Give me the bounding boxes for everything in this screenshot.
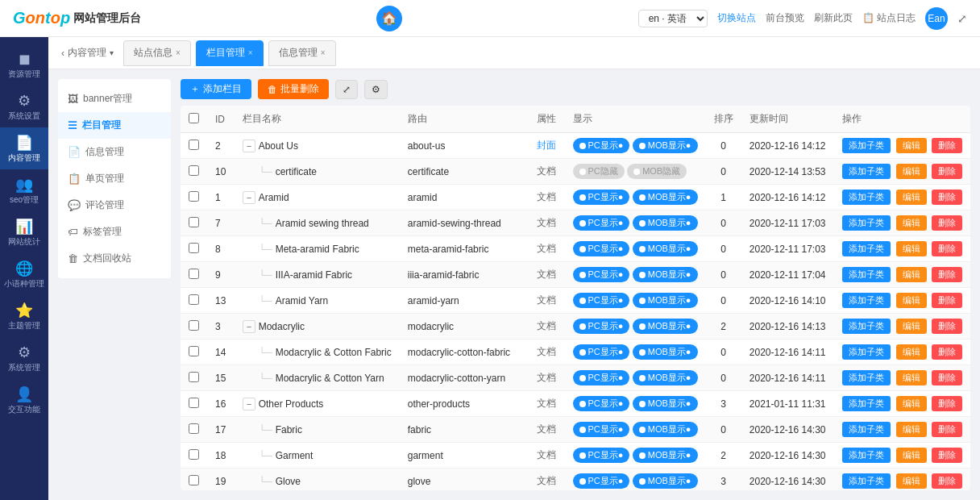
delete-button[interactable]: 删除: [932, 396, 962, 411]
fullscreen-icon[interactable]: ⤢: [957, 12, 967, 25]
batch-delete-button[interactable]: 🗑 批量删除: [258, 79, 329, 99]
delete-button[interactable]: 删除: [932, 241, 962, 256]
sidebar-item-resource[interactable]: ◼ 资源管理: [0, 44, 48, 85]
add-subclass-button[interactable]: 添加子类: [842, 164, 891, 179]
tab-close-info-mgmt[interactable]: ×: [321, 48, 326, 57]
expand-icon[interactable]: －: [243, 398, 255, 410]
add-subclass-button[interactable]: 添加子类: [842, 190, 891, 205]
nav-comment[interactable]: 💬 评论管理: [58, 192, 171, 219]
select-all-checkbox[interactable]: [189, 113, 199, 123]
mob-toggle[interactable]: MOB显示●: [633, 215, 698, 231]
edit-button[interactable]: 编辑: [896, 422, 927, 437]
mob-toggle[interactable]: MOB显示●: [633, 448, 698, 463]
pc-toggle[interactable]: PC显示●: [573, 267, 630, 282]
edit-button[interactable]: 编辑: [896, 370, 927, 385]
add-subclass-button[interactable]: 添加子类: [842, 396, 891, 411]
expand-icon[interactable]: －: [243, 140, 255, 152]
edit-button[interactable]: 编辑: [896, 138, 927, 153]
delete-button[interactable]: 删除: [932, 164, 962, 179]
row-checkbox[interactable]: [189, 217, 199, 227]
edit-button[interactable]: 编辑: [896, 448, 927, 463]
expand-icon[interactable]: －: [243, 320, 255, 333]
row-checkbox[interactable]: [189, 191, 199, 202]
delete-button[interactable]: 删除: [932, 473, 962, 489]
add-subclass-button[interactable]: 添加子类: [842, 293, 891, 308]
edit-button[interactable]: 编辑: [896, 293, 927, 308]
mob-toggle[interactable]: MOB显示●: [633, 422, 698, 437]
pc-toggle[interactable]: PC显示●: [573, 319, 630, 334]
mob-toggle[interactable]: MOB显示●: [633, 370, 698, 385]
mob-toggle[interactable]: MOB显示●: [633, 190, 698, 205]
row-checkbox[interactable]: [189, 346, 199, 356]
switch-site-button[interactable]: 切换站点: [717, 11, 756, 25]
tab-column-mgmt[interactable]: 栏目管理 ×: [196, 40, 264, 66]
edit-button[interactable]: 编辑: [896, 344, 927, 360]
nav-column[interactable]: ☰ 栏目管理: [58, 112, 171, 139]
delete-button[interactable]: 删除: [932, 190, 962, 205]
tab-info-mgmt[interactable]: 信息管理 ×: [268, 40, 336, 66]
attr-link[interactable]: 封面: [537, 140, 556, 151]
add-subclass-button[interactable]: 添加子类: [842, 319, 891, 334]
sidebar-item-seo[interactable]: 👥 seo管理: [0, 169, 48, 211]
pc-toggle[interactable]: PC显示●: [573, 473, 630, 489]
add-subclass-button[interactable]: 添加子类: [842, 473, 891, 489]
row-checkbox[interactable]: [189, 269, 199, 279]
sidebar-item-content[interactable]: 📄 内容管理: [0, 127, 48, 169]
mob-toggle[interactable]: MOB显示●: [633, 293, 698, 308]
pc-toggle[interactable]: PC显示●: [573, 241, 630, 256]
delete-button[interactable]: 删除: [932, 344, 962, 360]
mob-toggle[interactable]: MOB显示●: [633, 267, 698, 282]
add-subclass-button[interactable]: 添加子类: [842, 241, 891, 256]
sidebar-item-theme[interactable]: ⭐ 主题管理: [0, 295, 48, 337]
home-button[interactable]: 🏠: [376, 6, 402, 31]
sidebar-item-system-mgmt[interactable]: ⚙ 系统管理: [0, 337, 48, 379]
pc-toggle[interactable]: PC显示●: [573, 396, 630, 411]
tab-close-column-mgmt[interactable]: ×: [248, 48, 253, 57]
pc-toggle[interactable]: PC显示●: [573, 370, 630, 385]
mob-toggle[interactable]: MOB显示●: [633, 319, 698, 334]
mob-toggle[interactable]: MOB隐藏: [627, 164, 687, 179]
edit-button[interactable]: 编辑: [896, 396, 927, 411]
language-select[interactable]: en · 英语: [638, 10, 708, 27]
delete-button[interactable]: 删除: [932, 319, 962, 334]
row-checkbox[interactable]: [189, 140, 199, 150]
delete-button[interactable]: 删除: [932, 293, 962, 308]
pc-toggle[interactable]: PC显示●: [573, 190, 630, 205]
pc-toggle[interactable]: PC显示●: [573, 422, 630, 437]
refresh-page-button[interactable]: 刷新此页: [814, 11, 853, 25]
mob-toggle[interactable]: MOB显示●: [633, 344, 698, 360]
delete-button[interactable]: 删除: [932, 267, 962, 282]
expand-icon[interactable]: －: [243, 191, 255, 204]
pc-toggle[interactable]: PC显示●: [573, 293, 630, 308]
mob-toggle[interactable]: MOB显示●: [633, 473, 698, 489]
pc-toggle[interactable]: PC显示●: [573, 215, 630, 231]
pc-toggle[interactable]: PC显示●: [573, 448, 630, 463]
sidebar-item-system-settings[interactable]: ⚙ 系统设置: [0, 85, 48, 127]
row-checkbox[interactable]: [189, 320, 199, 331]
delete-button[interactable]: 删除: [932, 138, 962, 153]
delete-button[interactable]: 删除: [932, 422, 962, 437]
add-subclass-button[interactable]: 添加子类: [842, 344, 891, 360]
add-subclass-button[interactable]: 添加子类: [842, 370, 891, 385]
sidebar-item-analytics[interactable]: 📊 网站统计: [0, 211, 48, 253]
mob-toggle[interactable]: MOB显示●: [633, 241, 698, 256]
mob-toggle[interactable]: MOB显示●: [633, 396, 698, 411]
row-checkbox[interactable]: [189, 398, 199, 408]
nav-banner[interactable]: 🖼 banner管理: [58, 85, 171, 112]
row-checkbox[interactable]: [189, 475, 199, 485]
add-subclass-button[interactable]: 添加子类: [842, 138, 891, 153]
nav-tags[interactable]: 🏷 标签管理: [58, 219, 171, 245]
nav-recycle[interactable]: 🗑 文档回收站: [58, 245, 171, 272]
edit-button[interactable]: 编辑: [896, 267, 927, 282]
mob-toggle[interactable]: MOB显示●: [633, 138, 698, 153]
add-column-button[interactable]: ＋ 添加栏目: [181, 79, 251, 99]
row-checkbox[interactable]: [189, 423, 199, 434]
expand-all-button[interactable]: ⤢: [335, 80, 358, 99]
content-mgmt-button[interactable]: ‹ 内容管理 ▾: [55, 46, 120, 60]
add-subclass-button[interactable]: 添加子类: [842, 422, 891, 437]
edit-button[interactable]: 编辑: [896, 215, 927, 231]
row-attr[interactable]: 封面: [529, 133, 565, 159]
site-log-button[interactable]: 📋 站点日志: [862, 11, 916, 25]
edit-button[interactable]: 编辑: [896, 241, 927, 256]
pc-toggle[interactable]: PC隐藏: [573, 164, 625, 179]
